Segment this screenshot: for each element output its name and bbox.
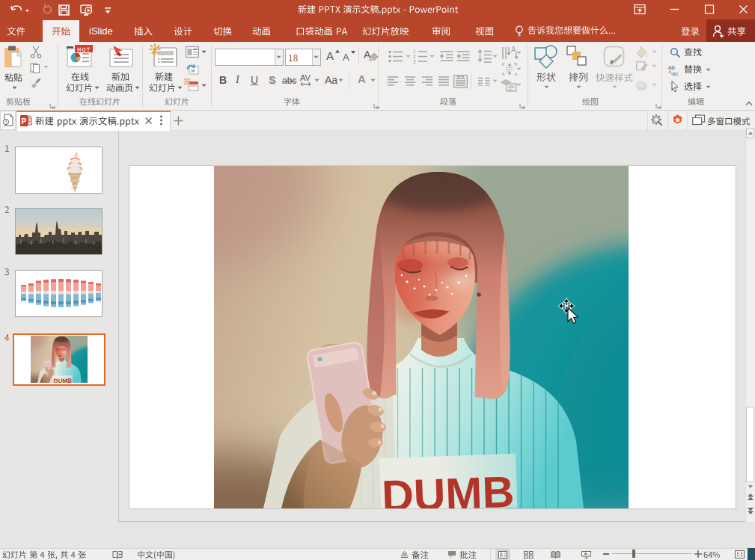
svg-text:3: 3 [413, 59, 416, 64]
svg-text:A: A [511, 46, 516, 54]
svg-text:P: P [22, 117, 27, 126]
svg-text:ac: ac [672, 70, 678, 76]
